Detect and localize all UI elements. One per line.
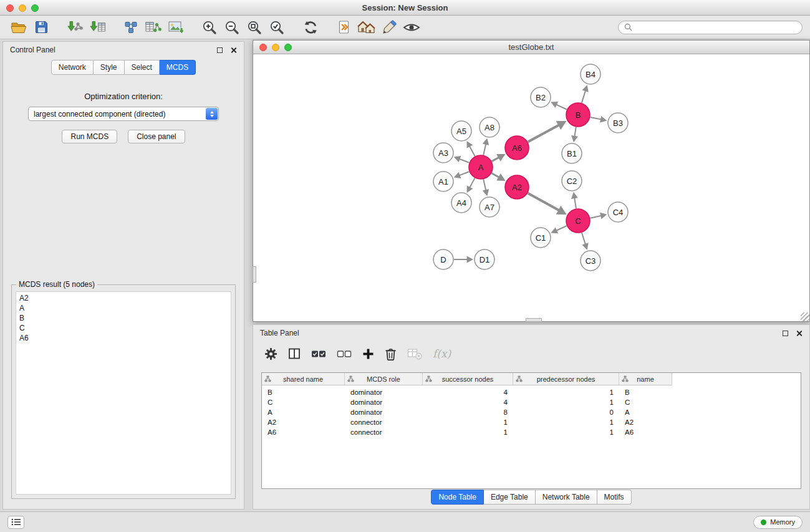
tab-network-table[interactable]: Network Table [536, 490, 597, 505]
node-B4[interactable]: B4 [581, 64, 600, 84]
edge-A-A5[interactable] [467, 141, 475, 157]
zoom-fit-button[interactable] [243, 18, 266, 37]
node-D1[interactable]: D1 [475, 249, 494, 269]
network-minimize-button[interactable] [272, 44, 279, 51]
window-resize-grip[interactable] [801, 312, 809, 321]
pane-handle-left[interactable] [253, 266, 256, 283]
tab-mcds[interactable]: MCDS [160, 60, 196, 75]
edge-A-A4[interactable] [467, 178, 475, 193]
refresh-button[interactable] [299, 18, 322, 37]
tab-style[interactable]: Style [94, 60, 125, 75]
tab-network[interactable]: Network [51, 60, 94, 75]
zoom-selected-button[interactable] [266, 18, 288, 37]
close-panel-icon[interactable] [230, 47, 237, 54]
edge-C-C2[interactable] [571, 192, 578, 208]
close-table-panel-icon[interactable] [796, 330, 803, 337]
edge-A-A2[interactable] [492, 173, 506, 181]
node-B3[interactable]: B3 [608, 113, 628, 133]
mcds-result-list[interactable]: A2ABCA6 [16, 291, 231, 495]
tab-motifs[interactable]: Motifs [597, 490, 632, 505]
table-settings-button[interactable] [264, 347, 277, 360]
edge-B-B2[interactable] [551, 102, 567, 109]
export-image-button[interactable] [165, 18, 187, 37]
column-header-name[interactable]: name [619, 373, 672, 385]
table-row-a[interactable]: Adominator80A [262, 407, 801, 417]
close-window-button[interactable] [6, 4, 14, 12]
edge-A-A6[interactable] [492, 154, 506, 162]
node-B2[interactable]: B2 [531, 87, 551, 107]
edge-C-C1[interactable] [551, 226, 566, 233]
result-item-a[interactable]: A [16, 303, 231, 313]
node-A1[interactable]: A1 [433, 172, 453, 191]
column-header-mcds-role[interactable]: MCDS role [345, 373, 423, 385]
node-A3[interactable]: A3 [433, 143, 453, 163]
node-A6[interactable]: A6 [505, 136, 529, 160]
network-from-table-button[interactable] [142, 18, 165, 37]
node-C3[interactable]: C3 [581, 251, 600, 271]
pane-handle-bottom[interactable] [526, 318, 542, 322]
table-row-b[interactable]: Bdominator41B [262, 387, 801, 397]
show-columns-button[interactable] [288, 347, 301, 360]
node-C4[interactable]: C4 [608, 202, 628, 222]
zoom-window-button[interactable] [31, 4, 39, 12]
edge-A-A1[interactable] [454, 172, 470, 178]
float-panel-icon[interactable] [217, 47, 223, 53]
edge-A2-C[interactable] [528, 193, 567, 215]
node-C2[interactable]: C2 [562, 171, 582, 191]
tab-edge-table[interactable]: Edge Table [484, 490, 536, 505]
edge-A-A8[interactable] [483, 138, 489, 155]
panel-menu-button[interactable] [7, 516, 24, 529]
node-A7[interactable]: A7 [480, 197, 499, 217]
edge-A6-B[interactable] [528, 121, 567, 142]
search-input[interactable] [635, 23, 796, 32]
node-A[interactable]: A [469, 155, 493, 179]
node-C[interactable]: C [566, 209, 590, 233]
first-neighbors-button[interactable] [333, 18, 355, 37]
houses-button[interactable] [355, 18, 378, 37]
delete-table-button[interactable] [407, 347, 422, 360]
criterion-dropdown[interactable]: largest connected component (directed) [28, 107, 219, 121]
minimize-window-button[interactable] [19, 4, 26, 12]
run-mcds-button[interactable]: Run MCDS [62, 130, 117, 143]
memory-button[interactable]: Memory [753, 516, 803, 529]
edge-D-D1[interactable] [454, 256, 473, 263]
annotation-pen-button[interactable] [378, 18, 400, 37]
add-column-button[interactable] [362, 348, 374, 360]
result-item-c[interactable]: C [16, 323, 231, 333]
result-item-a6[interactable]: A6 [16, 333, 231, 343]
zoom-out-button[interactable] [221, 18, 243, 37]
import-table-button[interactable] [86, 18, 108, 37]
node-A4[interactable]: A4 [451, 193, 471, 213]
node-A5[interactable]: A5 [451, 121, 471, 141]
tab-select[interactable]: Select [125, 60, 160, 75]
edge-C-C4[interactable] [591, 213, 607, 220]
node-A8[interactable]: A8 [480, 117, 499, 137]
function-builder-button[interactable]: f(x) [433, 347, 451, 360]
table-row-a6[interactable]: A6connector11A6 [262, 427, 801, 437]
search-field[interactable] [618, 21, 803, 34]
show-hide-button[interactable] [400, 18, 423, 37]
table-row-a2[interactable]: A2connector11A2 [262, 417, 801, 427]
open-session-button[interactable] [7, 18, 30, 37]
new-network-button[interactable] [120, 18, 142, 37]
delete-column-button[interactable] [385, 347, 397, 360]
float-table-panel-icon[interactable] [783, 331, 788, 336]
zoom-in-button[interactable] [198, 18, 221, 37]
result-item-a2[interactable]: A2 [16, 293, 231, 303]
network-close-button[interactable] [259, 44, 267, 51]
edge-B-B3[interactable] [591, 116, 607, 123]
import-network-button[interactable] [64, 18, 86, 37]
network-zoom-button[interactable] [284, 44, 292, 51]
edge-A-A7[interactable] [483, 180, 489, 196]
network-canvas[interactable]: B4B2BB3A5A8A6A3B1AA1C2A2A4A7C4CC1C3DD1 [253, 54, 809, 321]
column-header-predecessor-nodes[interactable]: predecessor nodes [513, 373, 619, 385]
edge-C-C3[interactable] [582, 233, 589, 250]
edge-A-A3[interactable] [454, 156, 470, 163]
table-row-c[interactable]: Cdominator41C [262, 397, 801, 407]
column-header-successor-nodes[interactable]: successor nodes [423, 373, 513, 385]
edge-B-B4[interactable] [582, 85, 589, 103]
tab-node-table[interactable]: Node Table [431, 490, 484, 505]
edge-B-B1[interactable] [571, 127, 578, 143]
node-A2[interactable]: A2 [505, 175, 529, 199]
close-panel-button[interactable]: Close panel [128, 130, 185, 143]
